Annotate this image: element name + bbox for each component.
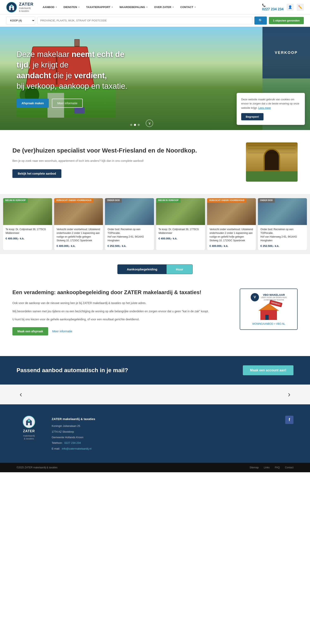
sitemap-link[interactable]: Sitemap	[250, 466, 259, 469]
dot-3[interactable]	[138, 124, 140, 126]
complete-aanbod-button[interactable]: Bekijk het complete aanbod	[13, 169, 61, 178]
tab-huur[interactable]: Huur	[167, 264, 192, 274]
listing-image: ONDER BOD	[105, 198, 154, 225]
listing-info: Te koop: Dr. Colijnstraat 39, 1775CG Mid…	[3, 225, 52, 242]
more-info-link[interactable]: Meer informatie	[52, 330, 72, 333]
listing-badge: VERKOCHT ONDER VOORBEHOUD	[54, 198, 94, 203]
nav-item-taxatierapport[interactable]: TAXATIERAPPORT ▼	[83, 4, 116, 10]
listing-title: Onder bod: Recreëren op een TOPlocatie. …	[260, 228, 304, 242]
contact-link[interactable]: Contact	[285, 466, 293, 469]
footer-email-link[interactable]: info@zatermakelaardij.nl	[62, 447, 91, 450]
dot-2[interactable]	[134, 124, 136, 126]
chevron-down-icon: ∨	[148, 121, 151, 126]
main-nav: AANBOD ▼ DIENSTEN ▼ TAXATIERAPPORT ▼ WAA…	[40, 4, 262, 10]
listing-info: Te koop: Dr. Colijnstraat 39, 1775CG Mid…	[156, 225, 205, 242]
logo[interactable]: ZATER makelaardij& taxaties	[6, 2, 34, 12]
aankoop-para1: Ook voor de aankoop van de nieuwe woning…	[13, 300, 229, 306]
specialist-image	[246, 142, 297, 182]
vbo-badge: V VBO MAKELAAR LEER VOOR UW EIGEN HUISAA…	[240, 288, 297, 330]
dot-1[interactable]	[130, 124, 132, 126]
listing-info: Verkocht onder voorbehoud: Uitstekend on…	[54, 225, 103, 250]
vbo-link[interactable]: WONINGAANBOD > VBO.NL	[252, 322, 285, 325]
listing-badge: NIEUW IN VERKOOP	[156, 198, 181, 203]
listing-card[interactable]: VERKOCHT ONDER VOORBEHOUD Verkocht onder…	[207, 198, 256, 250]
footer: ZATER makelaardij& taxaties ZATER makela…	[0, 404, 310, 463]
facebook-icon: f	[289, 417, 290, 422]
specialist-title: De (ver)huizen specialist voor West-Frie…	[13, 146, 236, 155]
search-icon: 🔍	[258, 19, 263, 22]
tabs-container: Aankoopbegeleiding Huur	[117, 264, 193, 274]
property-type-select[interactable]: KOOP (4)	[6, 16, 35, 24]
more-info-button[interactable]: Meer informatie	[52, 99, 83, 108]
left-arrow-icon: ‹	[20, 390, 22, 398]
nav-item-aanbod[interactable]: AANBOD ▼	[40, 4, 60, 10]
footer-city: 1774 AZ Slootdorp	[52, 429, 275, 434]
tabs-section: Aankoopbegeleiding Huur	[0, 254, 310, 284]
listing-card[interactable]: VERKOCHT ONDER VOORBEHOUD Verkocht onder…	[54, 198, 103, 250]
header: ZATER makelaardij& taxaties AANBOD ▼ DIE…	[0, 0, 310, 14]
listing-price: € 252.500,- k.k.	[107, 244, 151, 248]
search-bar: KOOP (4) 🔍 1 objecten gevonden	[0, 14, 310, 27]
edit-icon-button[interactable]: ✏️	[297, 4, 304, 11]
listing-image: NIEUW IN VERKOOP	[156, 198, 205, 225]
listing-card[interactable]: NIEUW IN VERKOOP Te koop: Dr. Colijnstra…	[156, 198, 205, 250]
header-right: 📞 0227 234 234 👤 ✏️	[262, 3, 304, 11]
aankoop-section: Een verademing: aankoopbegeleiding door …	[0, 284, 310, 348]
create-account-button[interactable]: Maak een account aan!	[243, 365, 293, 375]
listing-card[interactable]: ONDER BOD Onder bod: Recreëren op een TO…	[258, 198, 307, 250]
listing-price: € 400.000,- k.k.	[57, 244, 101, 248]
phone-number[interactable]: 📞 0227 234 234	[262, 3, 283, 11]
links-link[interactable]: Links	[264, 466, 270, 469]
cookie-banner: Deze website maakt gebruik van cookies o…	[237, 93, 305, 125]
listing-card[interactable]: ONDER BOD Onder bod: Recreëren op een TO…	[105, 198, 154, 250]
faq-link[interactable]: FAQ	[275, 466, 280, 469]
make-appointment-button[interactable]: Maak een afspraak	[13, 327, 48, 336]
user-icon-button[interactable]: 👤	[287, 4, 294, 11]
vbo-house-img: GECHECKT	[258, 304, 279, 320]
listing-badge: ONDER BOD	[258, 198, 275, 203]
copyright-links: Sitemap Links FAQ Contact	[250, 466, 293, 469]
footer-tagline: makelaardij& taxaties	[23, 434, 35, 440]
carousel-next-button[interactable]: ›	[285, 390, 293, 399]
carousel-prev-button[interactable]: ‹	[17, 390, 25, 399]
footer-brand: ZATER	[23, 429, 35, 433]
cookie-accept-button[interactable]: Begrepen!	[241, 113, 263, 120]
search-button[interactable]: 🔍	[254, 16, 267, 24]
listing-image: VERKOCHT ONDER VOORBEHOUD	[54, 198, 103, 225]
scroll-down-button[interactable]: ∨	[146, 120, 153, 127]
listing-title: Verkocht onder voorbehoud: Uitstekend on…	[210, 228, 254, 242]
search-input[interactable]	[37, 17, 252, 24]
nav-item-contact[interactable]: CONTACT ▼	[178, 4, 199, 10]
footer-logo-area: ZATER makelaardij& taxaties	[17, 416, 41, 440]
vbo-badge-area: V VBO MAKELAAR LEER VOOR UW EIGEN HUISAA…	[240, 288, 297, 330]
verkoop-panel[interactable]: VERKOOP	[262, 27, 310, 78]
facebook-icon-button[interactable]: f	[285, 416, 293, 424]
cookie-learn-more-link[interactable]: Lees meer	[258, 106, 271, 110]
listing-price: € 252.500,- k.k.	[260, 244, 304, 248]
nav-item-over-zater[interactable]: OVER ZATER ▼	[151, 4, 177, 10]
results-button[interactable]: 1 objecten gevonden	[269, 17, 304, 24]
hero-section: Deze makelaar neemt echt de tijd, je kri…	[0, 27, 310, 130]
logo-text-area: ZATER makelaardij& taxaties	[19, 2, 34, 12]
tab-aankoopbegeleiding[interactable]: Aankoopbegeleiding	[118, 264, 167, 274]
listing-card[interactable]: NIEUW IN VERKOOP Te koop: Dr. Colijnstra…	[3, 198, 52, 250]
specialist-section: De (ver)huizen specialist voor West-Frie…	[0, 130, 310, 194]
right-arrow-icon: ›	[288, 390, 290, 398]
footer-phone-number[interactable]: 0227 234 234	[64, 441, 81, 444]
vbo-circle-icon: V	[251, 293, 259, 301]
listing-title: Onder bod: Recreëren op een TOPlocatie. …	[107, 228, 151, 242]
listing-image: VERKOCHT ONDER VOORBEHOUD	[207, 198, 256, 225]
hero-text-area: Deze makelaar neemt echt de tijd, je kri…	[0, 27, 262, 130]
specialist-desc: Ben je op zoek naar een woonhuis, appart…	[13, 158, 236, 164]
logo-icon	[6, 2, 17, 12]
nav-item-waardebepaling[interactable]: WAARDEBEPALING ▼	[116, 4, 151, 10]
listing-title: Te koop: Dr. Colijnstraat 39, 1775CG Mid…	[6, 228, 50, 235]
nav-item-diensten[interactable]: DIENSTEN ▼	[61, 4, 83, 10]
cookie-text: Deze website maakt gebruik van cookies o…	[241, 98, 300, 110]
vbo-logo: V VBO MAKELAAR LEER VOOR UW EIGEN HUISAA…	[244, 293, 293, 301]
appointment-button[interactable]: Afspraak maken	[17, 99, 49, 108]
footer-address: Koningin Julianalaan 25	[52, 423, 275, 429]
listing-image: ONDER BOD	[258, 198, 307, 225]
hero-dots	[130, 124, 140, 126]
aankoop-title: Een verademing: aankoopbegeleiding door …	[13, 288, 229, 296]
